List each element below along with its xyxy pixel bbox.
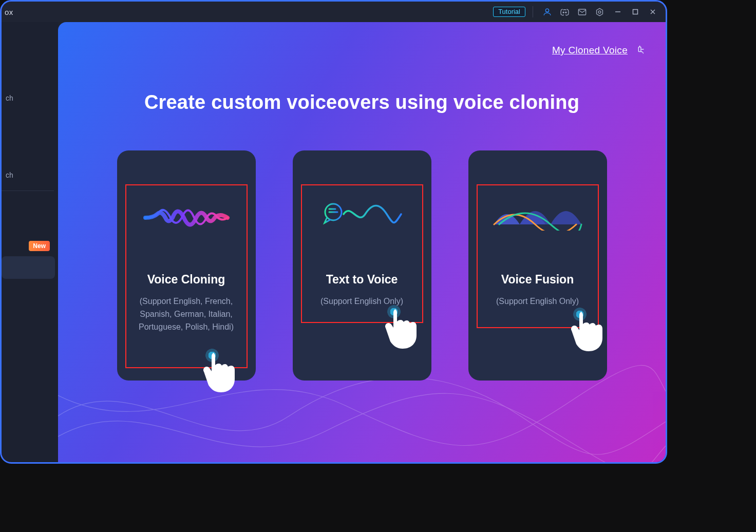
minimize-button[interactable] bbox=[610, 4, 626, 20]
sidebar-item-active[interactable] bbox=[2, 256, 55, 279]
svg-rect-6 bbox=[633, 10, 638, 14]
card-row: Voice Cloning (Support English, French, … bbox=[58, 150, 666, 381]
card-title: Text to Voice bbox=[293, 273, 431, 287]
titlebar: ox Tutorial bbox=[2, 2, 666, 22]
voice-cloning-card[interactable]: Voice Cloning (Support English, French, … bbox=[117, 150, 256, 381]
my-cloned-voice-link[interactable]: My Cloned Voice bbox=[552, 45, 628, 56]
titlebar-divider bbox=[533, 6, 533, 17]
svg-point-1 bbox=[563, 12, 564, 13]
page-headline: Create custom voiceovers using voice clo… bbox=[58, 91, 666, 113]
sidebar-divider bbox=[2, 191, 54, 191]
pointer-hand-icon bbox=[566, 305, 620, 358]
close-button[interactable] bbox=[645, 4, 660, 20]
sidebar-item-label: ch bbox=[6, 94, 13, 102]
card-subtitle: (Support English, French, Spanish, Germa… bbox=[126, 295, 247, 333]
tutorial-button[interactable]: Tutorial bbox=[493, 7, 525, 17]
voice-cloning-wave-icon bbox=[117, 200, 256, 236]
voice-fusion-icon bbox=[468, 200, 607, 236]
main-panel: My Cloned Voice Create custom voiceovers… bbox=[58, 22, 666, 462]
text-to-voice-icon bbox=[293, 200, 431, 236]
pointer-hand-icon bbox=[198, 346, 252, 400]
svg-rect-9 bbox=[638, 47, 641, 51]
mail-icon[interactable] bbox=[575, 5, 589, 18]
new-badge: New bbox=[29, 241, 50, 251]
card-subtitle: (Support English Only) bbox=[302, 295, 422, 308]
account-icon[interactable] bbox=[540, 5, 554, 18]
pointer-hand-icon bbox=[380, 302, 434, 356]
svg-point-4 bbox=[598, 11, 601, 13]
sidebar-item[interactable]: ch bbox=[2, 87, 55, 109]
svg-point-2 bbox=[565, 12, 566, 13]
sidebar: ch ch New bbox=[2, 22, 58, 462]
feedback-icon[interactable] bbox=[635, 44, 646, 57]
app-title: ox bbox=[5, 8, 13, 16]
sidebar-item-label: ch bbox=[6, 171, 13, 179]
sidebar-item[interactable]: New bbox=[2, 235, 55, 257]
svg-point-0 bbox=[545, 9, 549, 12]
settings-hex-icon[interactable] bbox=[593, 5, 606, 18]
discord-icon[interactable] bbox=[558, 5, 571, 18]
maximize-button[interactable] bbox=[628, 4, 643, 20]
tutorial-label: Tutorial bbox=[498, 8, 520, 15]
text-to-voice-card[interactable]: Text to Voice (Support English Only) bbox=[293, 150, 431, 381]
app-window: ox Tutorial ch bbox=[0, 0, 667, 464]
top-links: My Cloned Voice bbox=[552, 44, 646, 57]
sidebar-item[interactable]: ch bbox=[2, 164, 55, 186]
card-subtitle: (Support English Only) bbox=[478, 295, 598, 308]
voice-fusion-card[interactable]: Voice Fusion (Support English Only) bbox=[468, 150, 607, 381]
card-title: Voice Fusion bbox=[468, 273, 607, 287]
card-title: Voice Cloning bbox=[117, 273, 256, 287]
